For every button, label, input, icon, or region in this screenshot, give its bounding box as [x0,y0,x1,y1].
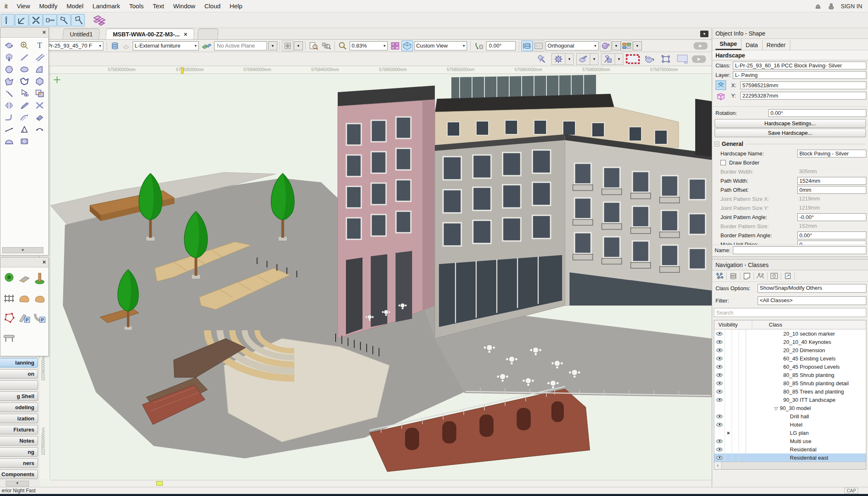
class-row[interactable]: 90_30 ITT Landscape [714,396,866,404]
menu-window[interactable]: Window [169,1,200,11]
class-row[interactable]: Multi use [714,437,866,445]
save-hardscape-button[interactable]: Save Hardscape... [715,129,866,137]
visibility-eye-icon[interactable] [714,420,725,429]
model-3d-scene[interactable] [50,74,712,479]
settings-gear-button[interactable] [551,53,565,65]
fence-tool[interactable] [1,290,17,306]
menu-modify[interactable]: Modify [35,1,62,11]
sign-in-button[interactable]: SIGN IN [841,3,862,10]
viewports-mode-icon[interactable] [769,272,779,281]
design-layers-mode-icon[interactable] [728,272,738,281]
circle-tool[interactable] [1,63,17,75]
tab-msbt-document[interactable]: MSBT-WWA-00-ZZ-M3-...× [105,29,195,39]
close-tab-icon[interactable]: × [184,31,187,38]
class-row[interactable]: 80_85 Trees and planting [714,387,866,396]
render-flag-tool-button[interactable] [57,14,71,26]
marquee-render-icon[interactable] [626,53,640,65]
text-tool[interactable]: T [32,39,48,51]
rotation-angle-field[interactable]: 0.00° [486,41,516,50]
references-mode-icon[interactable] [783,272,793,281]
collapse-section-icon[interactable] [715,142,719,146]
menu-model[interactable]: Model [62,1,88,11]
site-modifier-tool[interactable] [1,310,17,326]
stamp-tool[interactable] [17,135,32,147]
attribute-mapping-button[interactable] [601,53,615,65]
plant-tool[interactable] [1,270,17,286]
parking-along-path-tool[interactable]: P [32,310,48,326]
border-pattern-angle-field[interactable]: 0.00° [797,231,866,239]
expander-icon[interactable]: ▽ [774,406,777,411]
toolsets-more-icon[interactable]: ▼ [6,481,29,486]
visibility-eye-icon[interactable] [714,387,725,396]
close-icon[interactable]: × [43,29,46,36]
zoom-tool[interactable] [17,39,32,51]
terrain-mound-tool[interactable] [17,290,32,306]
tab-render[interactable]: Render [763,40,790,50]
regular-polygon-tool[interactable] [32,75,48,87]
classes-mode-icon[interactable] [715,272,725,281]
line-tool[interactable] [17,51,32,63]
offset-tool[interactable] [17,111,32,123]
class-column-header[interactable]: Class [752,320,866,329]
menu-text[interactable]: Text [148,1,169,11]
class-field[interactable]: L-Pr-25_93_60_16 PCC Block Paving- Silve… [733,62,866,69]
menu-cloud[interactable]: Cloud [200,1,225,11]
tab-untitled1[interactable]: Untitled1 [62,29,100,39]
customize-tools-icon[interactable] [535,53,549,65]
viewport-h-scrollbar[interactable] [50,480,712,487]
path-offset-field[interactable]: 0mm [797,186,866,194]
clip-cube-button[interactable] [282,41,293,51]
fit-objects-zoom-icon[interactable] [321,41,331,50]
design-layer-dropdown[interactable]: L-Pr-25_93_45_70 F▾ [41,41,103,50]
palette-header[interactable]: × [0,258,48,267]
view-cube-button[interactable] [401,41,413,51]
sheet-icon[interactable] [675,53,689,65]
multi-view-panes-icon[interactable] [390,41,400,50]
class-row[interactable]: Hotel [714,420,866,429]
toolset-building-shell[interactable]: g Shell [0,391,38,401]
class-row[interactable]: 20_10_40 Keynotes [714,338,866,346]
active-class-dropdown[interactable]: L-External furniture▾ [133,41,199,50]
arc-dimension-tool[interactable] [32,123,48,135]
render-styles-dropdown[interactable]: ▾ [633,41,642,50]
saved-views-mode-icon[interactable] [756,272,765,281]
rotate-plan-icon[interactable] [474,41,484,50]
visibility-eye-icon[interactable] [714,396,725,404]
menu-help[interactable]: Help [225,1,247,11]
class-table-h-scrollbar[interactable]: ‹ [714,462,866,469]
projection-dropdown[interactable]: Orthogonal▾ [546,41,599,50]
plane-mode-icon[interactable] [715,80,726,91]
landscape-stake-tool[interactable] [32,270,48,286]
y-field[interactable]: 222953287mm [740,92,866,100]
close-icon[interactable]: × [43,259,46,265]
toolset-fasteners[interactable]: ners [0,458,38,468]
joint-pattern-angle-field[interactable]: -0.00° [797,213,866,221]
hardscape-name-field[interactable]: Block Paving - Silver [797,150,866,157]
double-line-tool[interactable] [32,51,48,63]
oval-tool[interactable] [17,63,32,75]
viewbar-overflow-icon[interactable]: ▶ [694,42,708,50]
hardscape-ramp-tool[interactable] [17,270,32,286]
class-row[interactable]: 60_45 Proposed Levels [714,362,866,371]
arc-tool[interactable] [32,63,48,75]
visibility-eye-icon[interactable] [714,346,725,354]
class-row-selected[interactable]: Residential east [714,453,866,462]
push-pull-tool[interactable] [1,51,17,63]
visibility-eye-icon[interactable] [714,362,725,371]
draw-border-checkbox[interactable] [720,160,726,165]
active-plane-field[interactable]: No Active Plane [214,41,267,50]
render-mode-dropdown[interactable]: ▾ [612,41,621,50]
toolset-irrigation[interactable]: on [0,369,38,379]
trim-delete-tool[interactable] [32,99,48,111]
wand-select-tool[interactable] [1,87,17,99]
toolset-modeling[interactable]: odeling [0,403,38,412]
hardscape-tool-button[interactable] [92,14,107,26]
zoom-level-dropdown[interactable]: 0.83%▾ [350,41,388,50]
walkthrough-tool-button[interactable] [1,14,14,26]
parking-spaces-tool[interactable]: P [17,310,32,326]
render-settings-button[interactable] [576,53,590,65]
attribute-mapping-dropdown-icon[interactable]: ▾ [615,53,623,65]
visibility-eye-icon[interactable] [714,453,725,462]
visibility-eye-icon[interactable] [714,412,725,420]
perspective-grid-button[interactable] [533,41,544,51]
